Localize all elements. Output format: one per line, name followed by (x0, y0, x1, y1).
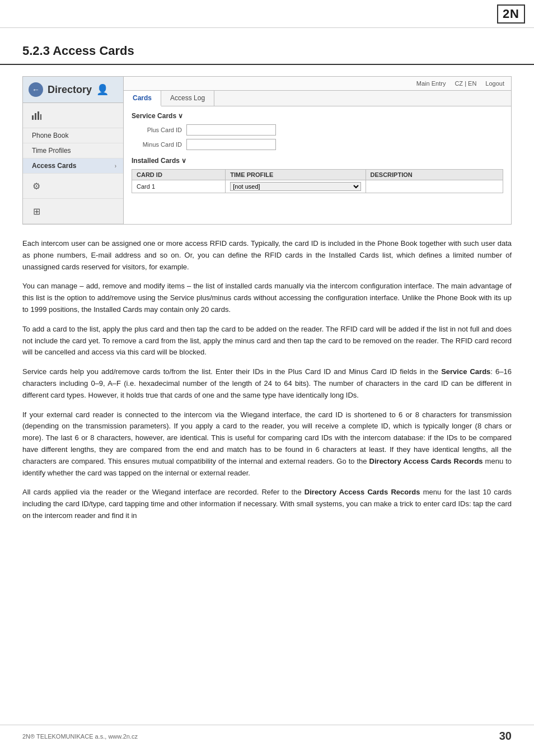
time-profile-select[interactable]: [not used] (230, 182, 360, 191)
sidebar-item-timeprofiles[interactable]: Time Profiles (23, 143, 123, 158)
top-nav-bar: Main Entry CZ | EN Logout (124, 77, 511, 91)
svg-rect-0 (32, 115, 34, 120)
sidebar-icons: Phone Book Time Profiles Access Cards › … (23, 103, 123, 224)
minus-card-row: Minus Card ID (132, 139, 503, 150)
main-entry-link[interactable]: Main Entry (416, 80, 446, 87)
body-paragraph: If your external card reader is connecte… (22, 409, 512, 479)
installed-cards-title[interactable]: Installed Cards ∨ (132, 157, 503, 165)
page-number: 30 (499, 730, 512, 743)
body-paragraph: Service cards help you add/remove cards … (22, 366, 512, 401)
sidebar-user-icon: 👤 (96, 83, 109, 96)
sidebar-header: ← Directory 👤 (23, 77, 123, 103)
logo: 2N (497, 4, 525, 24)
cell-card-id: Card 1 (132, 180, 226, 193)
back-button[interactable]: ← (29, 82, 43, 97)
page-footer: 2N® TELEKOMUNIKACE a.s., www.2n.cz 30 (0, 725, 534, 747)
footer-copyright: 2N® TELEKOMUNIKACE a.s., www.2n.cz (22, 733, 138, 740)
accesscards-label: Access Cards (32, 162, 76, 170)
sidebar-item-grid[interactable]: ⊞ (23, 199, 123, 224)
service-cards-title[interactable]: Service Cards ∨ (132, 112, 503, 120)
installed-cards-table: CARD ID TIME PROFILE DESCRIPTION Card 1[… (132, 169, 503, 193)
body-paragraph: To add a card to the list, apply the plu… (22, 324, 512, 358)
svg-rect-2 (38, 111, 39, 120)
phonebook-label: Phone Book (32, 132, 68, 139)
cell-time-profile: [not used] (226, 180, 366, 193)
sidebar-item-stats[interactable] (23, 103, 123, 128)
col-time-profile: TIME PROFILE (226, 170, 366, 180)
lang-switch[interactable]: CZ | EN (455, 80, 476, 87)
top-nav-links: Main Entry CZ | EN Logout (416, 80, 504, 87)
logo-wrap: 2N (497, 4, 525, 24)
main-content: Main Entry CZ | EN Logout Cards Access L… (124, 77, 511, 224)
chevron-right-icon: › (115, 163, 116, 169)
minus-card-input[interactable] (186, 139, 276, 150)
grid-icon: ⊞ (29, 203, 44, 219)
table-row: Card 1[not used] (132, 180, 503, 193)
stats-icon (29, 108, 44, 123)
svg-rect-3 (40, 114, 41, 120)
logout-link[interactable]: Logout (485, 80, 504, 87)
service-cards-section: Service Cards ∨ Plus Card ID Minus Card … (132, 112, 503, 150)
svg-rect-1 (35, 113, 36, 120)
body-paragraph: Each intercom user can be assigned one o… (22, 238, 512, 273)
sidebar-item-settings[interactable]: ⚙ (23, 174, 123, 199)
sidebar-item-accesscards[interactable]: Access Cards › (23, 158, 123, 174)
sidebar-directory-title: Directory (48, 84, 92, 96)
cell-description (366, 180, 503, 193)
body-paragraph: You can manage – add, remove and modify … (22, 281, 512, 315)
tab-access-log[interactable]: Access Log (161, 91, 214, 106)
page-title: 5.2.3 Access Cards (22, 44, 512, 58)
body-paragraph: All cards applied via the reader or the … (22, 487, 512, 521)
col-description: DESCRIPTION (366, 170, 503, 180)
sidebar: ← Directory 👤 Phone Book Time Profiles (23, 77, 124, 224)
plus-card-label: Plus Card ID (132, 127, 182, 133)
panel-body: Service Cards ∨ Plus Card ID Minus Card … (124, 106, 511, 206)
minus-card-label: Minus Card ID (132, 141, 182, 148)
timeprofiles-label: Time Profiles (32, 147, 71, 155)
installed-cards-section: Installed Cards ∨ CARD ID TIME PROFILE D… (132, 157, 503, 193)
plus-card-input[interactable] (186, 124, 276, 136)
gear-icon: ⚙ (29, 178, 44, 194)
tab-bar: Cards Access Log (124, 91, 511, 106)
body-text: Each intercom user can be assigned one o… (22, 238, 512, 522)
section-title-area: 5.2.3 Access Cards (0, 28, 534, 65)
plus-card-row: Plus Card ID (132, 124, 503, 136)
sidebar-item-phonebook[interactable]: Phone Book (23, 128, 123, 143)
ui-panel: ← Directory 👤 Phone Book Time Profiles (22, 76, 512, 225)
tab-cards[interactable]: Cards (124, 91, 161, 106)
col-card-id: CARD ID (132, 170, 226, 180)
